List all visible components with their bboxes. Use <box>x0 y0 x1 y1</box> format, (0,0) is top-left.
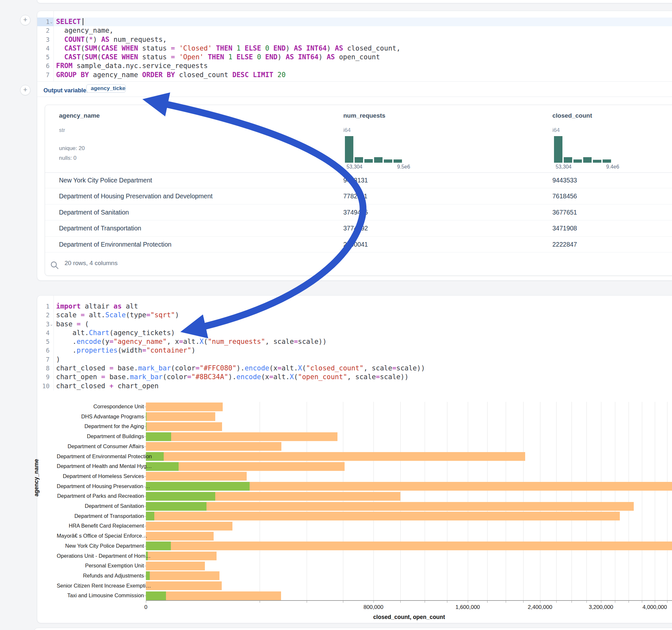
table-cell: 9453131 <box>343 172 368 188</box>
closed-count-bar[interactable] <box>146 591 281 600</box>
x-axis-label: 4,000,000 <box>643 604 667 610</box>
table-cell: Department of Housing Preservation and D… <box>59 188 213 204</box>
sql-editor[interactable]: 1⌄SELECT2 agency_name,3 COUNT(*) AS num_… <box>37 18 672 81</box>
python-editor[interactable]: 1import altair as alt2scale = alt.Scale(… <box>37 302 672 390</box>
y-axis-label: Department of Environmental Protection <box>57 453 144 460</box>
closed-count-bar[interactable] <box>146 562 205 571</box>
closed-count-bar[interactable] <box>146 412 215 421</box>
line-number: 9 <box>37 373 53 382</box>
add-cell-button[interactable]: + <box>20 85 30 95</box>
gridline <box>487 402 487 600</box>
column-header[interactable]: num_requests <box>343 112 385 119</box>
open-count-bar[interactable] <box>146 591 166 600</box>
table-cell: 9443533 <box>552 172 577 188</box>
x-axis-label: 0 <box>144 604 147 610</box>
table-row[interactable]: New York City Police Department945313194… <box>45 172 672 188</box>
code-line[interactable]: 10chart_closed + chart_open <box>37 382 672 390</box>
closed-count-bar[interactable] <box>146 512 620 520</box>
code-line[interactable]: 5 .encode(y="agency_name", x=alt.X("num_… <box>37 337 672 346</box>
text-cursor <box>83 18 83 25</box>
code-line[interactable]: 6 .properties(width="container") <box>37 346 672 355</box>
closed-count-bar[interactable] <box>146 571 219 580</box>
divider <box>37 97 672 97</box>
code-line[interactable]: 7) <box>37 355 672 364</box>
x-tick <box>615 601 615 603</box>
column-header[interactable]: closed_count <box>552 112 592 119</box>
chart-plot-area <box>146 402 672 600</box>
table-row[interactable]: Department of Environmental Protection22… <box>45 237 672 252</box>
table-cell: New York City Police Department <box>59 172 152 188</box>
open-count-bar[interactable] <box>146 512 154 520</box>
open-count-bar[interactable] <box>146 571 150 580</box>
code-text: import altair as alt <box>56 302 138 311</box>
code-line[interactable]: 1import altair as alt <box>37 302 672 311</box>
gridline <box>447 402 447 600</box>
table-cell: 3677651 <box>552 204 577 220</box>
code-text: chart_closed + chart_open <box>56 382 159 390</box>
x-tick <box>343 601 343 603</box>
closed-count-bar[interactable] <box>146 442 281 451</box>
x-tick <box>374 601 374 603</box>
search-icon[interactable] <box>50 260 60 271</box>
closed-count-bar[interactable] <box>146 472 247 481</box>
code-line[interactable]: 6FROM sample_data.nyc.service_requests <box>37 62 672 70</box>
y-tick <box>144 407 146 407</box>
closed-count-bar[interactable] <box>146 522 233 531</box>
sql-cell: 1⌄SELECT2 agency_name,3 COUNT(*) AS num_… <box>37 11 672 281</box>
python-cell: 1import altair as alt2scale = alt.Scale(… <box>37 295 672 623</box>
code-line[interactable]: 3⌄base = ( <box>37 320 672 329</box>
table-row[interactable]: Department of Housing Preservation and D… <box>45 188 672 204</box>
histogram-min: 53,304 <box>556 164 572 170</box>
table-cell: 2240041 <box>343 237 368 252</box>
x-tick <box>425 601 425 603</box>
open-count-bar[interactable] <box>146 412 146 421</box>
code-line[interactable]: 3 COUNT(*) AS num_requests, <box>37 35 672 44</box>
line-number: 6 <box>37 346 53 355</box>
x-tick <box>523 601 524 603</box>
y-tick <box>144 506 146 507</box>
code-text: chart_open = base.mark_bar(color="#8BC34… <box>56 373 408 382</box>
code-line[interactable]: 7GROUP BY agency_name ORDER BY closed_co… <box>37 71 672 79</box>
open-count-bar[interactable] <box>146 502 207 511</box>
code-line[interactable]: 1⌄SELECT <box>37 18 672 26</box>
column-stat: unique: 20 <box>59 145 85 152</box>
open-count-bar[interactable] <box>146 492 215 501</box>
column-header[interactable]: agency_name <box>59 112 100 119</box>
closed-count-bar[interactable] <box>146 552 217 560</box>
code-text: ) <box>56 355 60 364</box>
output-variable-badge[interactable]: agency_tickets <box>86 84 126 93</box>
closed-count-bar[interactable] <box>146 541 672 550</box>
gutter-divider <box>53 11 54 81</box>
table-row[interactable]: Department of Sanitation37494853677651 <box>45 204 672 220</box>
y-axis-label: Department of Health and Mental Hyg… <box>57 463 144 469</box>
column-type: str <box>59 127 65 134</box>
gridline <box>343 402 343 600</box>
table-row[interactable]: Department of Transportation377489234719… <box>45 220 672 236</box>
open-count-bar[interactable] <box>146 432 171 441</box>
code-line[interactable]: 8chart_closed = base.mark_bar(color="#FF… <box>37 364 672 373</box>
add-cell-button[interactable]: + <box>20 15 30 25</box>
open-count-bar[interactable] <box>146 422 146 431</box>
open-count-bar[interactable] <box>146 541 171 550</box>
code-line[interactable]: 4 CAST(SUM(CASE WHEN status = 'Closed' T… <box>37 44 672 53</box>
code-line[interactable]: 9chart_open = base.mark_bar(color="#8BC3… <box>37 373 672 382</box>
closed-count-bar[interactable] <box>146 532 214 540</box>
code-line[interactable]: 4 alt.Chart(agency_tickets) <box>37 329 672 337</box>
y-axis-label: Correspondence Unit <box>57 404 144 410</box>
code-line[interactable]: 2 agency_name, <box>37 26 672 35</box>
closed-count-bar[interactable] <box>146 432 337 441</box>
line-number: 4 <box>37 329 53 337</box>
closed-count-bar[interactable] <box>146 452 525 461</box>
y-tick <box>144 516 146 516</box>
open-count-bar[interactable] <box>146 482 249 491</box>
closed-count-bar[interactable] <box>146 403 223 411</box>
closed-count-bar[interactable] <box>146 581 222 590</box>
code-line[interactable]: 5 CAST(SUM(CASE WHEN status = 'Open' THE… <box>37 53 672 62</box>
y-axis-label: Refunds and Adjustments <box>57 573 144 579</box>
y-axis-label: Department of Sanitation <box>57 503 144 509</box>
table-cell: Department of Environmental Protection <box>59 237 171 252</box>
closed-count-bar[interactable] <box>146 502 634 511</box>
table-cell: 3749485 <box>343 204 368 220</box>
closed-count-bar[interactable] <box>146 422 222 431</box>
code-line[interactable]: 2scale = alt.Scale(type="sqrt") <box>37 311 672 319</box>
